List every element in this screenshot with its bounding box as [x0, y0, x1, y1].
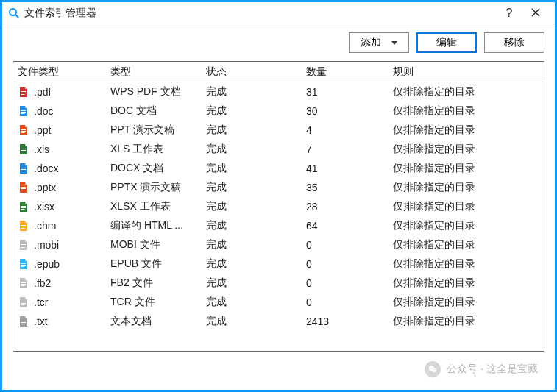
cell-rule: 仅排除指定的目录 [389, 143, 544, 156]
cell-state: 完成 [202, 124, 302, 137]
cell-count: 64 [302, 220, 389, 232]
cell-rule: 仅排除指定的目录 [389, 238, 544, 252]
table-row[interactable]: .fb2FB2 文件完成0仅排除指定的目录 [13, 274, 544, 293]
svg-rect-25 [21, 225, 26, 226]
svg-line-1 [15, 15, 18, 18]
cell-state: 完成 [202, 181, 302, 194]
svg-rect-33 [21, 266, 25, 267]
cell-state: 完成 [202, 104, 302, 118]
svg-rect-28 [21, 244, 26, 245]
cell-state: 完成 [202, 238, 302, 252]
file-file-icon [18, 277, 29, 289]
svg-rect-12 [21, 132, 25, 133]
cell-type: DOC 文档 [106, 104, 202, 118]
column-header-rule[interactable]: 规则 [389, 62, 544, 82]
cell-ext: .chm [13, 220, 106, 232]
xls-file-icon [18, 143, 29, 155]
cell-count: 0 [302, 258, 389, 270]
doc-file-icon [18, 163, 29, 174]
svg-rect-5 [21, 93, 26, 93]
table-row[interactable]: .xlsxXLSX 工作表完成28仅排除指定的目录 [13, 197, 544, 216]
column-header-count[interactable]: 数量 [302, 62, 389, 82]
cell-ext-text: .mobi [34, 239, 59, 251]
cell-rule: 仅排除指定的目录 [389, 277, 544, 290]
svg-point-48 [435, 369, 436, 370]
cell-state: 完成 [202, 296, 302, 309]
cell-ext: .mobi [13, 239, 106, 251]
column-header-type[interactable]: 类型 [106, 62, 202, 82]
cell-count: 41 [302, 163, 389, 174]
cell-ext-text: .pdf [34, 86, 51, 98]
cell-count: 4 [302, 124, 389, 136]
toolbar: 添加 编辑 移除 [2, 24, 555, 61]
edit-button[interactable]: 编辑 [416, 32, 477, 53]
cell-type: PPT 演示文稿 [106, 124, 202, 137]
cell-type: 编译的 HTML ... [106, 219, 202, 232]
svg-rect-40 [21, 321, 26, 321]
table-row[interactable]: .xlsXLS 工作表完成7仅排除指定的目录 [13, 140, 544, 159]
remove-button[interactable]: 移除 [484, 32, 544, 53]
cell-rule: 仅排除指定的目录 [389, 296, 544, 309]
svg-rect-39 [21, 304, 25, 305]
cell-ext-text: .chm [34, 220, 56, 232]
svg-rect-35 [21, 284, 26, 285]
svg-rect-26 [21, 227, 26, 227]
cell-ext: .doc [13, 105, 106, 117]
cell-type: FB2 文件 [106, 277, 202, 290]
cell-ext: .fb2 [13, 277, 106, 289]
table-row[interactable]: .mobiMOBI 文件完成0仅排除指定的目录 [13, 235, 544, 254]
column-header-ext[interactable]: 文件类型 [13, 62, 106, 82]
table-row[interactable]: .pptPPT 演示文稿完成4仅排除指定的目录 [13, 121, 544, 140]
cell-ext-text: .fb2 [34, 277, 51, 289]
table-row[interactable]: .docxDOCX 文档完成41仅排除指定的目录 [13, 159, 544, 178]
svg-rect-31 [21, 263, 26, 264]
cell-rule: 仅排除指定的目录 [389, 162, 544, 175]
cell-ext: .pdf [13, 86, 106, 98]
file-file-icon [18, 296, 29, 308]
window-title: 文件索引管理器 [24, 7, 496, 20]
add-button[interactable]: 添加 [349, 32, 409, 53]
cell-type: XLS 工作表 [106, 143, 202, 156]
table-row[interactable]: .docDOC 文档完成30仅排除指定的目录 [13, 101, 544, 121]
svg-rect-10 [21, 129, 26, 130]
table-body: .pdfWPS PDF 文档完成31仅排除指定的目录 .docDOC 文档完成3… [13, 82, 544, 351]
titlebar: 文件索引管理器 ? [2, 2, 555, 24]
svg-point-44 [433, 368, 437, 372]
cell-ext: .txt [13, 316, 106, 327]
cell-rule: 仅排除指定的目录 [389, 124, 544, 137]
svg-rect-32 [21, 265, 26, 266]
chevron-down-icon [391, 41, 397, 45]
table-row[interactable]: .txt文本文档完成2413仅排除指定的目录 [13, 312, 544, 331]
table-row[interactable]: .pptxPPTX 演示文稿完成35仅排除指定的目录 [13, 178, 544, 197]
cell-state: 完成 [202, 162, 302, 175]
close-button[interactable] [522, 7, 549, 20]
wechat-icon [425, 361, 441, 377]
table-row[interactable]: .chm编译的 HTML ...完成64仅排除指定的目录 [13, 216, 544, 235]
table-row[interactable]: .epubEPUB 文件完成0仅排除指定的目录 [13, 254, 544, 274]
svg-rect-7 [21, 110, 26, 111]
txt-file-icon [18, 316, 29, 327]
cell-state: 完成 [202, 200, 302, 213]
cell-type: WPS PDF 文档 [106, 85, 202, 99]
cell-state: 完成 [202, 277, 302, 290]
help-button[interactable]: ? [496, 7, 522, 20]
svg-rect-11 [21, 131, 26, 132]
svg-rect-14 [21, 150, 26, 151]
cell-state: 完成 [202, 85, 302, 99]
table-row[interactable]: .pdfWPS PDF 文档完成31仅排除指定的目录 [13, 82, 544, 101]
file-index-table: 文件类型 类型 状态 数量 规则 .pdfWPS PDF 文档完成31仅排除指定… [13, 61, 544, 352]
cell-state: 完成 [202, 257, 302, 271]
cell-rule: 仅排除指定的目录 [389, 104, 544, 118]
cell-ext-text: .xlsx [34, 201, 54, 213]
cell-state: 完成 [202, 219, 302, 232]
cell-count: 31 [302, 86, 389, 98]
column-header-state[interactable]: 状态 [202, 62, 302, 82]
add-button-label: 添加 [361, 36, 381, 49]
cell-count: 7 [302, 143, 389, 155]
svg-rect-21 [21, 190, 25, 190]
cell-type: MOBI 文件 [106, 238, 202, 252]
table-row[interactable]: .tcrTCR 文件完成0仅排除指定的目录 [13, 293, 544, 312]
svg-rect-41 [21, 322, 26, 323]
cell-rule: 仅排除指定的目录 [389, 85, 544, 99]
cell-ext-text: .xls [34, 143, 49, 155]
